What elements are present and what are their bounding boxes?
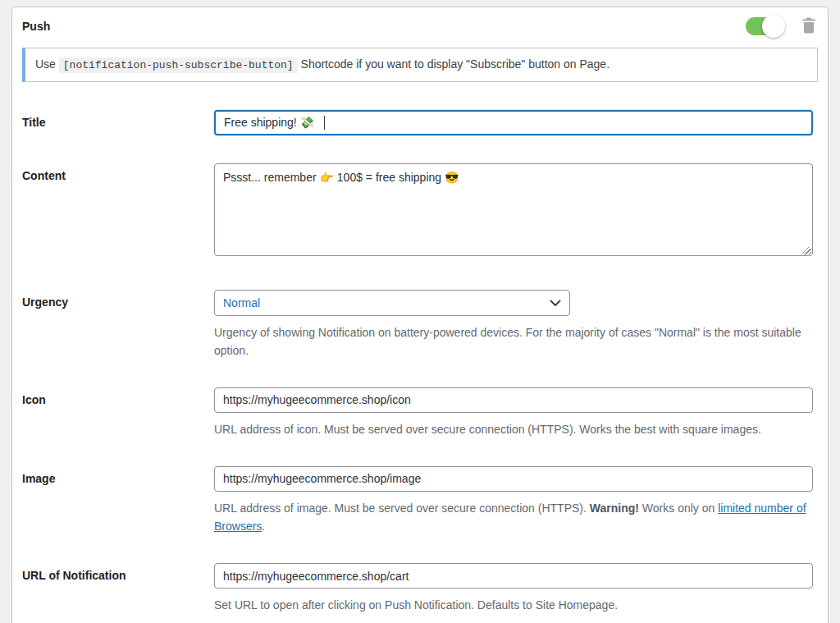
urgency-field-wrap: Normal Urgency of showing Notification o… <box>214 290 813 360</box>
panel-title: Push <box>22 20 746 33</box>
content-label: Content <box>22 163 214 259</box>
shortcode-notice: Use [notification-push-subscribe-button]… <box>22 48 818 82</box>
image-help-part2: Works only on <box>639 502 718 515</box>
url-help-text: Set URL to open after clicking on Push N… <box>214 596 813 614</box>
urgency-selected-value: Normal <box>223 296 260 309</box>
toggle-knob <box>762 15 785 38</box>
shortcode-code: [notification-push-subscribe-button] <box>59 57 298 73</box>
icon-label: Icon <box>22 387 214 438</box>
urgency-select[interactable]: Normal <box>214 290 570 316</box>
content-field-wrap: Pssst... remember 👉 100$ = free shipping… <box>214 163 813 259</box>
form-row-urgency: Urgency Normal Urgency of showing Notifi… <box>22 290 813 360</box>
title-label: Title <box>22 110 214 135</box>
form-row-image: Image URL address of image. Must be serv… <box>22 466 813 535</box>
image-help-part3: . <box>262 520 265 533</box>
form-row-icon: Icon URL address of icon. Must be served… <box>22 387 813 438</box>
panel-header: Push <box>12 7 828 44</box>
url-field-wrap: Set URL to open after clicking on Push N… <box>214 563 813 614</box>
trash-icon <box>801 16 817 37</box>
notice-prefix: Use <box>35 57 56 71</box>
notice-suffix: Shortcode if you want to display "Subscr… <box>301 57 610 71</box>
title-field-wrap <box>214 110 813 135</box>
form-row-content: Content Pssst... remember 👉 100$ = free … <box>22 163 813 259</box>
image-help-warning: Warning! <box>590 502 639 515</box>
image-help-text: URL address of image. Must be served ove… <box>214 499 813 535</box>
push-settings-panel: Push Use [notification-push-subscribe-bu… <box>11 7 829 623</box>
image-field-wrap: URL address of image. Must be served ove… <box>214 466 813 535</box>
form-row-title: Title <box>22 110 813 135</box>
text-caret <box>324 116 325 130</box>
push-enabled-toggle[interactable] <box>746 17 783 35</box>
image-help-part1: URL address of image. Must be served ove… <box>214 502 590 515</box>
content-textarea[interactable]: Pssst... remember 👉 100$ = free shipping… <box>214 163 813 256</box>
form-row-url: URL of Notification Set URL to open afte… <box>22 563 813 614</box>
title-input[interactable] <box>214 110 813 135</box>
url-label: URL of Notification <box>22 563 214 614</box>
urgency-label: Urgency <box>22 290 214 360</box>
delete-button[interactable] <box>800 16 818 36</box>
urgency-help-text: Urgency of showing Notification on batte… <box>214 323 813 360</box>
image-label: Image <box>22 466 214 535</box>
icon-help-text: URL address of icon. Must be served over… <box>214 420 813 438</box>
chevron-down-icon <box>550 296 561 309</box>
icon-url-input[interactable] <box>214 387 813 413</box>
image-url-input[interactable] <box>214 466 813 492</box>
notification-url-input[interactable] <box>214 563 813 589</box>
icon-field-wrap: URL address of icon. Must be served over… <box>214 387 813 438</box>
